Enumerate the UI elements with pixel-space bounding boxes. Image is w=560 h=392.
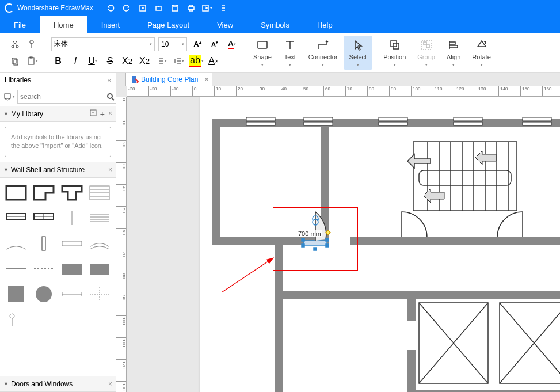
shape-arc-2[interactable] xyxy=(88,233,111,254)
position-tool[interactable]: Position▾ xyxy=(378,36,412,70)
shape-l-room[interactable] xyxy=(32,182,55,203)
search-icon xyxy=(106,93,115,101)
export-button[interactable]: ▾ xyxy=(200,1,214,15)
italic-button[interactable]: I xyxy=(68,54,82,68)
shape-line-dim[interactable] xyxy=(60,284,83,305)
font-size-select[interactable]: 10▾ xyxy=(158,37,187,51)
svg-rect-35 xyxy=(212,237,220,245)
svg-rect-46 xyxy=(246,122,275,125)
drawing-canvas[interactable]: 700 mm xyxy=(127,97,560,392)
svg-rect-11 xyxy=(258,41,267,48)
svg-point-18 xyxy=(108,94,112,98)
font-color-button[interactable]: A▾ xyxy=(225,37,239,51)
format-painter-button[interactable] xyxy=(25,37,39,51)
align-tool[interactable]: Align▾ xyxy=(441,36,466,70)
group-tool[interactable]: Group▾ xyxy=(412,36,441,70)
library-search[interactable] xyxy=(17,90,117,104)
search-input[interactable] xyxy=(20,93,106,101)
svg-rect-50 xyxy=(379,122,407,125)
cut-button[interactable] xyxy=(8,37,22,51)
shape-vert-line[interactable] xyxy=(60,208,83,229)
shape-tool[interactable]: Shape▾ xyxy=(247,36,277,70)
section-doors-windows[interactable]: ▼Doors and Windows × xyxy=(0,376,116,392)
menu-page-layout[interactable]: Page Layout xyxy=(134,16,203,33)
svg-rect-49 xyxy=(379,117,407,121)
collapse-sidebar-icon[interactable]: « xyxy=(108,77,111,83)
redo-button[interactable] xyxy=(120,1,134,15)
undo-button[interactable] xyxy=(104,1,117,15)
svg-rect-53 xyxy=(523,117,551,121)
document-tab[interactable]: Building Core Plan xyxy=(125,73,212,86)
ruler-vertical: 0102030405060708090100110120130 xyxy=(116,97,127,392)
bold-button[interactable]: B xyxy=(51,54,65,68)
font-decrease-button[interactable]: A▾ xyxy=(208,37,222,51)
menu-symbols[interactable]: Symbols xyxy=(247,16,303,33)
menu-file[interactable]: File xyxy=(0,16,40,33)
select-tool[interactable]: Select▾ xyxy=(344,36,373,70)
svg-rect-24 xyxy=(42,237,45,250)
highlight-button[interactable]: ab▾ xyxy=(189,54,203,68)
shape-lines[interactable] xyxy=(88,182,111,203)
new-button[interactable] xyxy=(136,1,150,15)
menu-home[interactable]: Home xyxy=(40,16,87,33)
add-icon[interactable]: + xyxy=(100,109,105,119)
copy-button[interactable] xyxy=(8,54,22,68)
shape-circle[interactable] xyxy=(32,284,55,305)
paste-button[interactable]: ▾ xyxy=(25,54,39,68)
line-spacing-button[interactable]: ▾ xyxy=(172,54,186,68)
section-wall-shell[interactable]: ▼Wall Shell and Structure × xyxy=(0,162,116,178)
shape-t-room[interactable] xyxy=(60,182,83,203)
section-my-library[interactable]: ▼My Library + × xyxy=(0,106,116,122)
svg-rect-20 xyxy=(6,186,26,200)
svg-rect-42 xyxy=(407,350,416,392)
canvas-area: Building Core Plan -30-20-10010203040506… xyxy=(116,73,560,392)
shape-thin-bar[interactable] xyxy=(5,258,28,279)
close-section-icon[interactable]: × xyxy=(108,166,112,174)
import-icon[interactable] xyxy=(90,109,97,119)
shape-filled-1[interactable] xyxy=(60,258,83,279)
shape-hatch[interactable] xyxy=(88,208,111,229)
menu-insert[interactable]: Insert xyxy=(87,16,134,33)
bullets-button[interactable]: ▾ xyxy=(155,54,169,68)
underline-button[interactable]: U▾ xyxy=(86,54,100,68)
text-tool[interactable]: Text▾ xyxy=(277,36,303,70)
close-section-icon[interactable]: × xyxy=(108,109,112,119)
svg-rect-33 xyxy=(212,119,220,245)
connector-tool[interactable]: Connector▾ xyxy=(303,36,344,70)
shape-filled-2[interactable] xyxy=(88,258,111,279)
menu-help[interactable]: Help xyxy=(303,16,346,33)
app-logo xyxy=(5,3,14,13)
shape-square[interactable] xyxy=(5,284,28,305)
menu-view[interactable]: View xyxy=(203,16,247,33)
ribbon: ▾ 宋体▾ 10▾ A▴ A▾ A▾ B I U▾ S X2 X2 ▾ ▾ ab… xyxy=(0,33,560,73)
strike-button[interactable]: S xyxy=(103,54,117,68)
shape-room[interactable] xyxy=(5,182,28,203)
clear-format-button[interactable]: A✕ xyxy=(207,54,220,68)
svg-rect-52 xyxy=(454,122,482,125)
shape-center-mark[interactable] xyxy=(88,284,111,305)
svg-rect-26 xyxy=(62,264,82,275)
font-family-select[interactable]: 宋体▾ xyxy=(51,37,155,51)
options-button[interactable] xyxy=(216,1,230,15)
shape-wall-1[interactable] xyxy=(5,208,28,229)
shape-vert-wall[interactable] xyxy=(32,233,55,254)
shape-wall-2[interactable] xyxy=(32,208,55,229)
super-button[interactable]: X2 xyxy=(120,54,134,68)
shape-datum[interactable] xyxy=(5,309,28,330)
svg-line-66 xyxy=(222,258,273,292)
print-button[interactable] xyxy=(184,1,198,15)
open-button[interactable] xyxy=(152,1,166,15)
svg-rect-51 xyxy=(454,117,482,121)
close-section-icon[interactable]: × xyxy=(108,380,112,388)
page: 700 mm xyxy=(200,97,560,392)
library-menu-button[interactable]: ▾ xyxy=(3,90,15,104)
svg-rect-2 xyxy=(189,5,193,7)
sub-button[interactable]: X2 xyxy=(138,54,151,68)
rotate-tool[interactable]: Rotate▾ xyxy=(466,36,496,70)
save-button[interactable] xyxy=(168,1,182,15)
shape-arc-wall[interactable] xyxy=(5,233,28,254)
shape-horiz-bar[interactable] xyxy=(60,233,83,254)
menu-bar: File Home Insert Page Layout View Symbol… xyxy=(0,16,560,33)
font-increase-button[interactable]: A▴ xyxy=(191,37,204,51)
shape-dash-bar[interactable] xyxy=(32,258,55,279)
